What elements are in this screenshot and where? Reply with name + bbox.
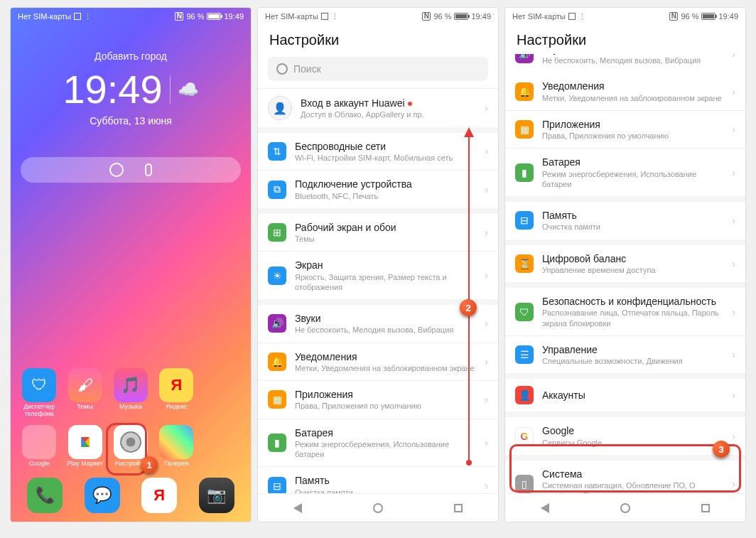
huawei-account-row[interactable]: 👤 Вход в аккаунт Huawei Доступ в Облако,… (258, 88, 498, 127)
app-label: Google (18, 461, 60, 468)
statusbar: Нет SIM-карты ⋮ N 96 % 19:49 (11, 8, 251, 25)
chevron-right-icon: › (732, 215, 735, 226)
settings-row[interactable]: ⊟ПамятьОчистка памяти› (258, 466, 498, 493)
settings-row[interactable]: ⊟ПамятьОчистка памяти› (505, 196, 745, 239)
wifi-icon: ⋮ (331, 12, 339, 21)
app-music[interactable]: 🎵 Музыка (109, 368, 152, 418)
settings-row[interactable]: ⧉Подключение устройстваBluetooth, NFC, П… (258, 170, 498, 208)
settings-row[interactable]: 🔔УведомленияМетки, Уведомления на заблок… (505, 72, 745, 109)
nav-home[interactable] (620, 503, 630, 513)
row-title: Беспроводные сети (295, 140, 476, 153)
settings-row[interactable]: 🔔УведомленияМетки, Уведомления на заблок… (258, 343, 498, 380)
row-title: Уведомления (295, 350, 476, 363)
settings-row[interactable]: ▮БатареяРежим энергосбережения, Использо… (505, 148, 745, 196)
settings-list[interactable]: 🔊 Звуки Не беспокоить, Мелодия вызова, В… (505, 54, 745, 493)
row-title: Google (542, 424, 723, 437)
row-title: Память (542, 209, 723, 222)
app-google-folder[interactable]: Google (18, 425, 60, 468)
weather-widget[interactable]: Добавить город 19:49 ☁️ Суббота, 13 июня (11, 50, 251, 127)
row-title: Звуки (295, 312, 476, 325)
dock-camera[interactable]: 📷 (199, 478, 234, 513)
row-sub: Bluetooth, NFC, Печать (295, 191, 476, 201)
row-icon: ⊞ (268, 223, 286, 242)
row-icon: ⏳ (515, 254, 534, 273)
search-widget[interactable] (21, 157, 241, 183)
search-input[interactable]: Поиск (268, 57, 488, 81)
row-title: Управление (542, 343, 723, 356)
nav-back[interactable] (293, 503, 302, 513)
app-play[interactable]: Play Маркет (63, 425, 106, 468)
date-label: Суббота, 13 июня (11, 115, 251, 127)
settings-title: Настройки (505, 25, 745, 54)
chevron-right-icon: › (485, 356, 488, 367)
row-icon: 🔔 (515, 82, 534, 101)
settings-title: Настройки (258, 25, 498, 54)
row-sub: Яркость, Защита зрения, Размер текста и … (295, 272, 476, 293)
app-gallery[interactable]: Галерея (155, 425, 198, 468)
app-themes[interactable]: 🖌 Темы (63, 368, 106, 418)
settings-row[interactable]: 🛡Безопасность и конфиденциальностьРаспоз… (505, 282, 745, 335)
nav-recent[interactable] (454, 504, 463, 512)
row-icon: 🔊 (268, 314, 286, 333)
battery-icon (207, 13, 221, 20)
row-sub: Очистка памяти (542, 222, 723, 232)
row-icon: ⇅ (268, 142, 286, 161)
settings-row[interactable]: ⏳Цифровой балансУправление временем дост… (505, 240, 745, 282)
app-dispatcher[interactable]: 🛡 Диспетчер телефона (18, 368, 60, 418)
settings-row[interactable]: ☰УправлениеСпециальные возможности, Движ… (505, 335, 745, 373)
nav-home[interactable] (373, 503, 383, 513)
settings-row[interactable]: ▦ПриложенияПрава, Приложения по умолчани… (505, 110, 745, 148)
dock-messages[interactable]: 💬 (85, 478, 120, 513)
gallery-icon (159, 425, 193, 459)
settings-row-sounds[interactable]: 🔊 Звуки Не беспокоить, Мелодия вызова, В… (505, 54, 745, 72)
app-empty (201, 368, 244, 418)
dock-phone[interactable]: 📞 (27, 478, 63, 513)
app-label: Яндекс (155, 404, 198, 411)
mic-icon (145, 163, 152, 176)
row-title: Приложения (542, 118, 723, 131)
music-icon: 🎵 (114, 368, 148, 402)
wifi-icon: ⋮ (84, 12, 92, 21)
app-grid: 🛡 Диспетчер телефона 🖌 Темы 🎵 Музыка Я Я… (11, 368, 251, 468)
row-sub: Доступ в Облако, AppGallery и пр. (301, 109, 476, 119)
chevron-right-icon: › (732, 431, 735, 442)
app-label: Галерея (155, 461, 198, 468)
row-sub: Метки, Уведомления на заблокированном эк… (542, 93, 723, 103)
row-sub: Права, Приложения по умолчанию (542, 131, 723, 141)
settings-row[interactable]: ▮БатареяРежим энергосбережения, Использо… (258, 419, 498, 467)
avatar-icon: 👤 (268, 96, 292, 120)
app-settings[interactable]: Настройки 1 (109, 425, 152, 468)
row-icon: ☀ (268, 267, 286, 285)
nav-back[interactable] (541, 503, 549, 513)
settings-screen-2: Нет SIM-карты ⋮ N 96 % 19:49 Настройки 🔊… (504, 7, 746, 522)
nav-recent[interactable] (701, 504, 710, 512)
row-icon (515, 427, 534, 446)
app-yandex[interactable]: Я Яндекс (155, 368, 198, 418)
app-label: Музыка (109, 404, 152, 411)
settings-row[interactable]: ⇅Беспроводные сетиWi-Fi, Настройки SIM-к… (258, 127, 498, 170)
row-icon: ▦ (515, 120, 534, 139)
app-label: Play Маркет (64, 461, 107, 468)
row-icon: 🔔 (268, 353, 286, 371)
nfc-icon: N (669, 12, 678, 21)
chevron-right-icon: › (485, 102, 488, 114)
dock-yandex[interactable]: Я (141, 478, 177, 513)
chevron-right-icon: › (485, 184, 488, 195)
settings-row[interactable]: ⊞Рабочий экран и обоиТемы› (258, 208, 498, 251)
battery-pct: 96 % (186, 12, 204, 21)
row-title: Приложения (295, 388, 476, 401)
row-sub: Специальные возможности, Движения (542, 356, 723, 366)
chevron-right-icon: › (732, 389, 735, 401)
battery-icon (701, 13, 716, 20)
row-title: Рабочий экран и обои (295, 221, 476, 234)
chevron-right-icon: › (732, 86, 735, 97)
chevron-right-icon: › (485, 480, 488, 492)
settings-row[interactable]: 👤Аккаунты› (505, 373, 745, 411)
notification-dot (408, 102, 412, 106)
chevron-right-icon: › (485, 146, 488, 157)
settings-row[interactable]: ▦ПриложенияПрава, Приложения по умолчани… (258, 380, 498, 418)
status-time: 19:49 (224, 12, 244, 21)
sim-icon (568, 13, 576, 20)
add-city-label: Добавить город (11, 50, 251, 62)
settings-row[interactable]: ☀ЭкранЯркость, Защита зрения, Размер тек… (258, 251, 498, 299)
